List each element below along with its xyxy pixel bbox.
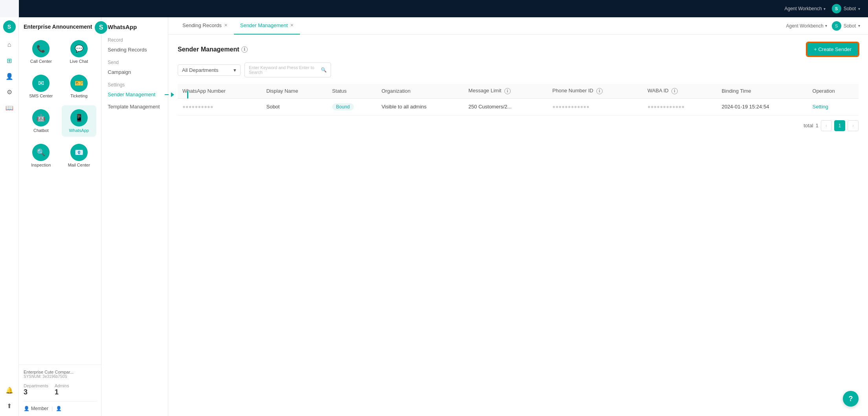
tab-close-sender-management[interactable]: ✕ xyxy=(290,23,294,28)
admins-block: Admins 1 xyxy=(55,383,69,396)
global-user-menu[interactable]: S Sobot ▾ xyxy=(832,4,860,13)
prev-page-btn[interactable]: ‹ xyxy=(821,120,832,131)
table-row: ●●●●●●●●●● Sobot Bound Visible to all ad… xyxy=(178,98,859,115)
sidebar-icon-grid[interactable]: ⊞ xyxy=(2,53,17,68)
app-item-whatsapp[interactable]: 📱 WhatsApp xyxy=(62,105,97,137)
user-chevron-icon: ▾ xyxy=(858,7,860,11)
cell-status: Bound xyxy=(327,98,377,115)
call-center-icon: 📞 xyxy=(32,40,50,57)
whatsapp-nav-title: WhatsApp xyxy=(101,24,168,35)
dept-admin-row: Departments 3 Admins 1 xyxy=(24,383,96,396)
message-limit-info-icon[interactable]: ℹ xyxy=(504,88,511,94)
member-row: 👤 Member | 👤 xyxy=(24,401,96,411)
member-button[interactable]: 👤 Member xyxy=(24,406,48,411)
col-header-whatsapp-number: WhatsApp Number xyxy=(178,84,261,98)
nav-section-send: Send Campaign xyxy=(101,57,168,78)
search-icon[interactable]: 🔍 xyxy=(321,67,327,73)
app-item-label-ticketing: Ticketing xyxy=(70,93,88,98)
col-header-organization: Organization xyxy=(377,84,463,98)
app-item-live-chat[interactable]: 💬 Live Chat xyxy=(62,36,97,68)
app-panel: Enterprise Announcement 📞 Call Center 💬 … xyxy=(19,17,101,416)
tabs: Sending Records ✕ Sender Management ✕ xyxy=(176,17,300,35)
cell-display-name: Sobot xyxy=(261,98,327,115)
app-item-call-center[interactable]: 📞 Call Center xyxy=(24,36,59,68)
whatsapp-icon: 📱 xyxy=(70,109,88,126)
sender-panel-header: Sender Management ℹ + Create Sender xyxy=(178,42,859,56)
mail-center-icon: 📧 xyxy=(70,144,88,161)
nav-item-template-management[interactable]: Template Management xyxy=(101,101,168,113)
admin-icon: 👤 xyxy=(56,406,62,411)
app-item-sms-center[interactable]: ✉ SMS Center xyxy=(24,71,59,102)
app-item-chatbot[interactable]: 🤖 Chatbot xyxy=(24,105,59,137)
sms-center-icon: ✉ xyxy=(32,75,50,92)
sender-panel: Sender Management ℹ + Create Sender All … xyxy=(168,35,868,416)
nav-section-label-settings: Settings xyxy=(101,80,168,88)
app-panel-footer: Enterprise Cute Compar... SYSNUM: 3e3196… xyxy=(19,365,101,416)
top-bar-right: Agent Workbench ▾ S Sobot ▾ xyxy=(786,21,860,31)
app-item-mail-center[interactable]: 📧 Mail Center xyxy=(62,140,97,171)
global-agent-workbench[interactable]: Agent Workbench ▾ xyxy=(784,6,825,11)
sidebar-icon-book[interactable]: 📖 xyxy=(2,101,17,115)
sidebar-icon-settings[interactable]: ⚙ xyxy=(2,85,17,99)
app-item-label-chatbot: Chatbot xyxy=(33,128,49,133)
chevron-icon: ▾ xyxy=(825,24,827,28)
waba-id-info-icon[interactable]: ℹ xyxy=(671,88,678,94)
sidebar-icon-users[interactable]: 👤 xyxy=(2,69,17,83)
pagination: total 1 ‹ 1 › xyxy=(178,120,859,131)
chatbot-icon: 🤖 xyxy=(32,109,50,126)
admin-button[interactable]: 👤 xyxy=(56,406,62,411)
col-header-status: Status xyxy=(327,84,377,98)
cell-binding-time: 2024-01-19 15:24:54 xyxy=(717,98,808,115)
next-page-btn[interactable]: › xyxy=(848,120,859,131)
nav-item-sender-management[interactable]: Sender Management xyxy=(101,88,168,101)
tab-sending-records[interactable]: Sending Records ✕ xyxy=(176,17,234,35)
app-item-label-call-center: Call Center xyxy=(30,59,52,64)
nav-section-label-send: Send xyxy=(101,57,168,66)
page-1-btn[interactable]: 1 xyxy=(834,120,845,131)
col-header-waba-id: WABA ID ℹ xyxy=(643,84,717,98)
app-item-label-inspection: Inspection xyxy=(31,163,51,167)
app-item-inspection[interactable]: 🔍 Inspection xyxy=(24,140,59,171)
col-header-phone-number-id: Phone Number ID ℹ xyxy=(548,84,643,98)
global-avatar: S xyxy=(832,4,841,13)
department-select[interactable]: All Departments ▾ xyxy=(178,64,241,76)
main-content: Sending Records ✕ Sender Management ✕ Ag… xyxy=(168,17,868,416)
app-panel-title: Enterprise Announcement xyxy=(24,24,96,30)
nav-section-record: Record Sending Records xyxy=(101,35,168,56)
create-sender-button[interactable]: + Create Sender xyxy=(807,42,859,56)
s-overlay-circle: S xyxy=(94,20,108,35)
nav-section-settings: Settings Sender Management Template Mana… xyxy=(101,80,168,113)
title-info-icon[interactable]: ℹ xyxy=(241,46,248,53)
sidebar-icon-upload[interactable]: ⬆ xyxy=(2,399,17,413)
setting-link[interactable]: Setting xyxy=(813,104,828,110)
app-grid: 📞 Call Center 💬 Live Chat ✉ SMS Center 🎫… xyxy=(24,36,96,171)
cell-waba-id: ●●●●●●●●●●●● xyxy=(643,98,717,115)
col-header-display-name: Display Name xyxy=(261,84,327,98)
search-box: Enter Keyword and Press Enter to Search … xyxy=(245,62,331,77)
narrow-sidebar: S ⌂ ⊞ 👤 ⚙ 📖 🔔 ⬆ xyxy=(0,17,19,416)
tab-sender-management[interactable]: Sender Management ✕ xyxy=(234,17,300,35)
col-header-operation: Operation xyxy=(808,84,859,98)
cell-message-limit: 250 Customers/2... xyxy=(464,98,548,115)
sender-table: WhatsApp Number Display Name Status Orga… xyxy=(178,84,859,115)
nav-item-campaign[interactable]: Campaign xyxy=(101,66,168,78)
user-menu-btn[interactable]: S Sobot ▾ xyxy=(832,21,860,31)
nav-section-label-record: Record xyxy=(101,35,168,44)
sidebar-icon-home[interactable]: ⌂ xyxy=(2,38,17,52)
app-item-label-sms-center: SMS Center xyxy=(29,93,53,98)
phone-number-id-info-icon[interactable]: ℹ xyxy=(596,88,603,94)
company-name: Enterprise Cute Compar... xyxy=(24,370,96,374)
member-icon: 👤 xyxy=(24,406,29,411)
sidebar-icon-bell[interactable]: 🔔 xyxy=(2,383,17,397)
user-chevron-icon: ▾ xyxy=(858,24,860,28)
cell-whatsapp-number: ●●●●●●●●●● xyxy=(178,98,261,115)
nav-item-sending-records[interactable]: Sending Records xyxy=(101,44,168,56)
sysnum: SYSNUM: 3e3196b750S xyxy=(24,374,96,379)
agent-workbench-btn[interactable]: Agent Workbench ▾ xyxy=(786,23,827,29)
ticketing-icon: 🎫 xyxy=(70,75,88,92)
tab-close-sending-records[interactable]: ✕ xyxy=(224,23,228,28)
cell-operation: Setting xyxy=(808,98,859,115)
help-button[interactable]: ? xyxy=(843,391,859,407)
status-badge: Bound xyxy=(332,103,354,110)
app-item-ticketing[interactable]: 🎫 Ticketing xyxy=(62,71,97,102)
